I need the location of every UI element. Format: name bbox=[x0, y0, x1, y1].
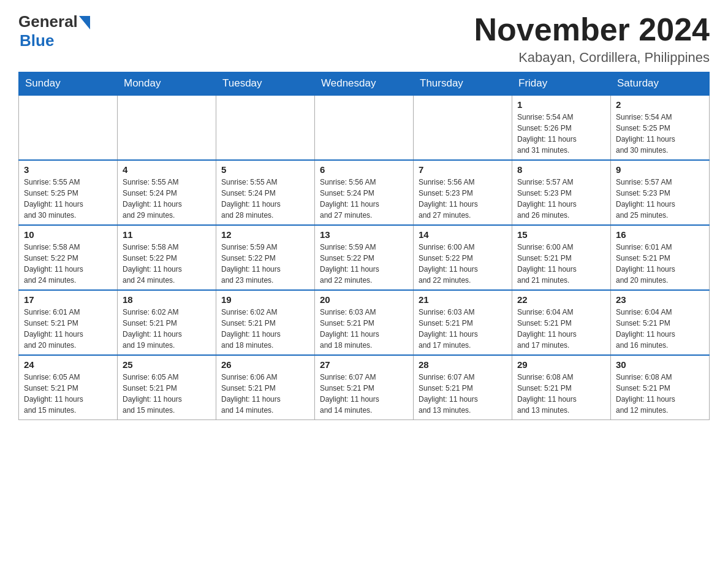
calendar-table: SundayMondayTuesdayWednesdayThursdayFrid… bbox=[18, 72, 710, 420]
day-number: 7 bbox=[419, 164, 507, 175]
logo: General Blue bbox=[18, 12, 90, 50]
day-info: Sunrise: 6:04 AM Sunset: 5:21 PM Dayligh… bbox=[616, 307, 704, 351]
day-info: Sunrise: 5:54 AM Sunset: 5:26 PM Dayligh… bbox=[517, 112, 605, 156]
day-info: Sunrise: 6:08 AM Sunset: 5:21 PM Dayligh… bbox=[616, 372, 704, 416]
day-info: Sunrise: 5:56 AM Sunset: 5:23 PM Dayligh… bbox=[419, 177, 507, 221]
calendar-header-wednesday: Wednesday bbox=[315, 72, 414, 96]
day-info: Sunrise: 6:05 AM Sunset: 5:21 PM Dayligh… bbox=[123, 372, 211, 416]
logo-triangle-icon bbox=[79, 16, 90, 29]
day-number: 12 bbox=[221, 229, 309, 240]
day-info: Sunrise: 6:08 AM Sunset: 5:21 PM Dayligh… bbox=[517, 372, 605, 416]
day-number: 11 bbox=[123, 229, 211, 240]
calendar-cell: 19Sunrise: 6:02 AM Sunset: 5:21 PM Dayli… bbox=[216, 290, 315, 355]
day-info: Sunrise: 6:06 AM Sunset: 5:21 PM Dayligh… bbox=[221, 372, 309, 416]
day-info: Sunrise: 5:57 AM Sunset: 5:23 PM Dayligh… bbox=[517, 177, 605, 221]
day-info: Sunrise: 5:58 AM Sunset: 5:22 PM Dayligh… bbox=[123, 242, 211, 286]
calendar-header-monday: Monday bbox=[118, 72, 216, 96]
calendar-cell: 22Sunrise: 6:04 AM Sunset: 5:21 PM Dayli… bbox=[512, 290, 611, 355]
month-title: November 2024 bbox=[474, 12, 710, 47]
week-row-3: 10Sunrise: 5:58 AM Sunset: 5:22 PM Dayli… bbox=[19, 225, 710, 290]
day-number: 21 bbox=[419, 294, 507, 305]
calendar-cell: 4Sunrise: 5:55 AM Sunset: 5:24 PM Daylig… bbox=[118, 160, 216, 225]
logo-general-text: General bbox=[18, 12, 78, 31]
calendar-cell: 2Sunrise: 5:54 AM Sunset: 5:25 PM Daylig… bbox=[611, 95, 710, 160]
day-info: Sunrise: 6:02 AM Sunset: 5:21 PM Dayligh… bbox=[221, 307, 309, 351]
week-row-2: 3Sunrise: 5:55 AM Sunset: 5:25 PM Daylig… bbox=[19, 160, 710, 225]
calendar-cell: 1Sunrise: 5:54 AM Sunset: 5:26 PM Daylig… bbox=[512, 95, 611, 160]
day-number: 23 bbox=[616, 294, 704, 305]
calendar-cell: 8Sunrise: 5:57 AM Sunset: 5:23 PM Daylig… bbox=[512, 160, 611, 225]
week-row-5: 24Sunrise: 6:05 AM Sunset: 5:21 PM Dayli… bbox=[19, 355, 710, 420]
calendar-header-sunday: Sunday bbox=[19, 72, 118, 96]
week-row-1: 1Sunrise: 5:54 AM Sunset: 5:26 PM Daylig… bbox=[19, 95, 710, 160]
day-number: 2 bbox=[616, 99, 704, 110]
calendar-header-row: SundayMondayTuesdayWednesdayThursdayFrid… bbox=[19, 72, 710, 96]
day-number: 30 bbox=[616, 359, 704, 370]
calendar-header-tuesday: Tuesday bbox=[216, 72, 315, 96]
calendar-cell: 13Sunrise: 5:59 AM Sunset: 5:22 PM Dayli… bbox=[315, 225, 414, 290]
calendar-cell: 5Sunrise: 5:55 AM Sunset: 5:24 PM Daylig… bbox=[216, 160, 315, 225]
day-number: 4 bbox=[123, 164, 211, 175]
calendar-cell: 16Sunrise: 6:01 AM Sunset: 5:21 PM Dayli… bbox=[611, 225, 710, 290]
day-number: 19 bbox=[221, 294, 309, 305]
calendar-cell: 21Sunrise: 6:03 AM Sunset: 5:21 PM Dayli… bbox=[414, 290, 512, 355]
day-info: Sunrise: 5:59 AM Sunset: 5:22 PM Dayligh… bbox=[320, 242, 408, 286]
day-number: 28 bbox=[419, 359, 507, 370]
day-info: Sunrise: 6:07 AM Sunset: 5:21 PM Dayligh… bbox=[320, 372, 408, 416]
day-number: 29 bbox=[517, 359, 605, 370]
calendar-cell: 25Sunrise: 6:05 AM Sunset: 5:21 PM Dayli… bbox=[118, 355, 216, 420]
day-info: Sunrise: 6:04 AM Sunset: 5:21 PM Dayligh… bbox=[517, 307, 605, 351]
calendar-cell: 20Sunrise: 6:03 AM Sunset: 5:21 PM Dayli… bbox=[315, 290, 414, 355]
day-info: Sunrise: 6:00 AM Sunset: 5:21 PM Dayligh… bbox=[517, 242, 605, 286]
calendar-cell: 15Sunrise: 6:00 AM Sunset: 5:21 PM Dayli… bbox=[512, 225, 611, 290]
calendar-cell: 3Sunrise: 5:55 AM Sunset: 5:25 PM Daylig… bbox=[19, 160, 118, 225]
week-row-4: 17Sunrise: 6:01 AM Sunset: 5:21 PM Dayli… bbox=[19, 290, 710, 355]
calendar-cell: 27Sunrise: 6:07 AM Sunset: 5:21 PM Dayli… bbox=[315, 355, 414, 420]
calendar-cell: 18Sunrise: 6:02 AM Sunset: 5:21 PM Dayli… bbox=[118, 290, 216, 355]
day-info: Sunrise: 6:07 AM Sunset: 5:21 PM Dayligh… bbox=[419, 372, 507, 416]
day-info: Sunrise: 5:59 AM Sunset: 5:22 PM Dayligh… bbox=[221, 242, 309, 286]
day-number: 9 bbox=[616, 164, 704, 175]
day-number: 20 bbox=[320, 294, 408, 305]
calendar-cell bbox=[216, 95, 315, 160]
location-title: Kabayan, Cordillera, Philippines bbox=[474, 50, 710, 66]
day-info: Sunrise: 5:54 AM Sunset: 5:25 PM Dayligh… bbox=[616, 112, 704, 156]
calendar-cell bbox=[414, 95, 512, 160]
calendar-cell bbox=[19, 95, 118, 160]
calendar-cell: 30Sunrise: 6:08 AM Sunset: 5:21 PM Dayli… bbox=[611, 355, 710, 420]
day-number: 15 bbox=[517, 229, 605, 240]
day-info: Sunrise: 6:01 AM Sunset: 5:21 PM Dayligh… bbox=[616, 242, 704, 286]
day-number: 8 bbox=[517, 164, 605, 175]
day-info: Sunrise: 6:05 AM Sunset: 5:21 PM Dayligh… bbox=[24, 372, 112, 416]
day-info: Sunrise: 5:55 AM Sunset: 5:25 PM Dayligh… bbox=[24, 177, 112, 221]
day-info: Sunrise: 5:58 AM Sunset: 5:22 PM Dayligh… bbox=[24, 242, 112, 286]
day-number: 22 bbox=[517, 294, 605, 305]
calendar-cell: 12Sunrise: 5:59 AM Sunset: 5:22 PM Dayli… bbox=[216, 225, 315, 290]
day-number: 16 bbox=[616, 229, 704, 240]
calendar-cell: 28Sunrise: 6:07 AM Sunset: 5:21 PM Dayli… bbox=[414, 355, 512, 420]
day-info: Sunrise: 6:01 AM Sunset: 5:21 PM Dayligh… bbox=[24, 307, 112, 351]
title-block: November 2024 Kabayan, Cordillera, Phili… bbox=[474, 12, 710, 66]
day-info: Sunrise: 5:55 AM Sunset: 5:24 PM Dayligh… bbox=[221, 177, 309, 221]
calendar-cell: 7Sunrise: 5:56 AM Sunset: 5:23 PM Daylig… bbox=[414, 160, 512, 225]
day-number: 24 bbox=[24, 359, 112, 370]
calendar-cell bbox=[315, 95, 414, 160]
calendar-cell: 10Sunrise: 5:58 AM Sunset: 5:22 PM Dayli… bbox=[19, 225, 118, 290]
calendar-header-saturday: Saturday bbox=[611, 72, 710, 96]
calendar-header-thursday: Thursday bbox=[414, 72, 512, 96]
page-header: General Blue November 2024 Kabayan, Cord… bbox=[18, 12, 710, 66]
calendar-cell: 14Sunrise: 6:00 AM Sunset: 5:22 PM Dayli… bbox=[414, 225, 512, 290]
day-number: 17 bbox=[24, 294, 112, 305]
calendar-cell: 17Sunrise: 6:01 AM Sunset: 5:21 PM Dayli… bbox=[19, 290, 118, 355]
day-number: 5 bbox=[221, 164, 309, 175]
day-number: 14 bbox=[419, 229, 507, 240]
calendar-cell: 23Sunrise: 6:04 AM Sunset: 5:21 PM Dayli… bbox=[611, 290, 710, 355]
day-number: 25 bbox=[123, 359, 211, 370]
day-info: Sunrise: 5:57 AM Sunset: 5:23 PM Dayligh… bbox=[616, 177, 704, 221]
day-number: 27 bbox=[320, 359, 408, 370]
calendar-cell: 9Sunrise: 5:57 AM Sunset: 5:23 PM Daylig… bbox=[611, 160, 710, 225]
day-number: 18 bbox=[123, 294, 211, 305]
calendar-cell: 6Sunrise: 5:56 AM Sunset: 5:24 PM Daylig… bbox=[315, 160, 414, 225]
calendar-cell bbox=[118, 95, 216, 160]
day-info: Sunrise: 6:00 AM Sunset: 5:22 PM Dayligh… bbox=[419, 242, 507, 286]
